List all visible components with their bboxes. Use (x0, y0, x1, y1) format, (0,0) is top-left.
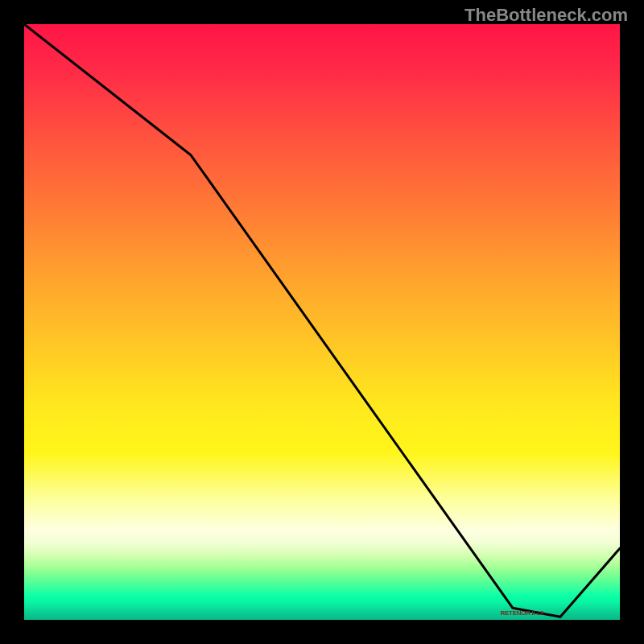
watermark-text: TheBottleneck.com (464, 5, 628, 26)
chart-annotation: RETENOR II-19 (501, 609, 543, 617)
chart-plot-area: RETENOR II-19 (24, 24, 620, 620)
chart-line-path (24, 24, 620, 617)
chart-line-svg (24, 24, 620, 620)
